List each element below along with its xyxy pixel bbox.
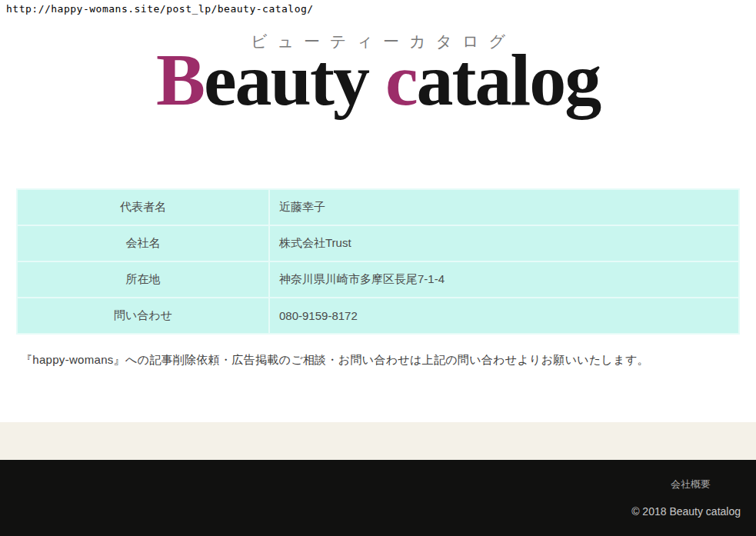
contact-note-text: 『happy-womans』への記事削除依頼・広告掲載のご相談・お問い合わせは上… [21,353,649,368]
row-label: 代表者名 [18,190,268,225]
copyright-text: © 2018 Beauty catalog [631,505,741,518]
site-footer: 会社概要 © 2018 Beauty catalog [0,460,756,536]
row-label: 会社名 [18,226,268,261]
row-value: 080-9159-8172 [270,298,738,333]
footer-link-company-overview[interactable]: 会社概要 [671,478,711,490]
title-text-atalog: atalog [416,38,600,121]
row-label: 所在地 [18,262,268,297]
table-row: 会社名 株式会社Trust [18,226,738,261]
title-text-eauty: eauty [204,38,385,121]
title-accent-letter-c: c [385,38,417,121]
table-row: 代表者名 近藤幸子 [18,190,738,225]
table-row: 問い合わせ 080-9159-8172 [18,298,738,333]
title-accent-letter-b: B [156,38,204,121]
footer-nav: 会社概要 [671,477,711,491]
footer-beige-band [0,422,756,460]
page-title: Beauty catalog [0,43,756,117]
page-url-text: http://happy-womans.site/post_lp/beauty-… [6,3,314,15]
row-value: 神奈川県川崎市多摩区長尾7-1-4 [270,262,738,297]
row-value: 近藤幸子 [270,190,738,225]
row-label: 問い合わせ [18,298,268,333]
company-info-table: 代表者名 近藤幸子 会社名 株式会社Trust 所在地 神奈川県川崎市多摩区長尾… [16,188,740,335]
row-value: 株式会社Trust [270,226,738,261]
table-row: 所在地 神奈川県川崎市多摩区長尾7-1-4 [18,262,738,297]
